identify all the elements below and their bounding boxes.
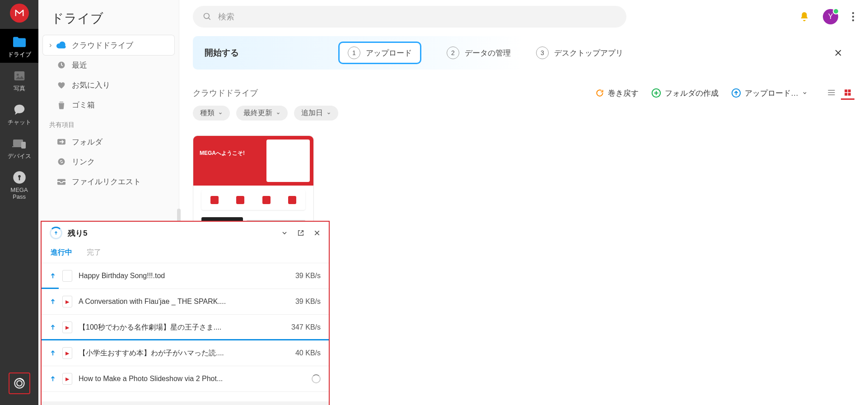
page-title: ドライブ: [38, 0, 179, 35]
transfer-footer: 全転送を一時停止 すべての転送をキャンセル: [42, 401, 329, 405]
onboarding-close-button[interactable]: [834, 48, 843, 57]
transfer-filename: A Conversation with Flau'jae _ THE SPARK…: [79, 298, 289, 306]
svg-point-9: [17, 381, 22, 386]
share-folder-icon: [56, 138, 67, 145]
tree-section-shared: 共有項目: [38, 115, 179, 132]
svg-rect-4: [21, 142, 26, 149]
folder-icon: [12, 34, 27, 50]
filter-added[interactable]: 追加日: [294, 106, 338, 121]
grid-icon: [844, 88, 852, 97]
trash-icon: [56, 100, 67, 109]
transfer-rate: 40 KB/s: [295, 349, 321, 357]
video-file-icon: [62, 321, 72, 333]
grid-view-button[interactable]: [841, 86, 854, 100]
transfer-manager-button[interactable]: [9, 372, 30, 394]
chat-icon: [12, 102, 27, 117]
filter-modified[interactable]: 最終更新: [236, 106, 288, 121]
rail-photos[interactable]: 写真: [0, 63, 38, 97]
rail-pass[interactable]: MEGA Pass: [0, 164, 38, 205]
onboarding-step-upload[interactable]: 1 アップロード: [338, 42, 421, 64]
tree-favorites[interactable]: お気に入り: [43, 75, 174, 95]
tree-label: お気に入り: [72, 80, 110, 90]
svg-point-17: [852, 19, 854, 21]
transfer-item[interactable]: Happy Birthday Song!!!.tod39 KB/s: [42, 263, 329, 289]
upload-menu-button[interactable]: アップロード…: [731, 88, 807, 98]
avatar-initial: Y: [828, 13, 833, 21]
rail-label: ドライブ: [8, 51, 31, 58]
chip-label: 種類: [200, 108, 215, 118]
chevron-down-icon: [218, 111, 223, 116]
svg-rect-20: [845, 89, 847, 92]
transfer-popout-button[interactable]: [297, 229, 304, 237]
step-label: アップロード: [366, 48, 412, 58]
tree-trash[interactable]: ゴミ箱: [43, 95, 174, 115]
rail-label: MEGA Pass: [10, 187, 28, 200]
transfer-filename: 【100秒でわかる名作劇場】星の王子さま....: [79, 323, 285, 332]
onboarding-step-manage[interactable]: 2 データの管理: [447, 47, 511, 59]
tree-shared-folders[interactable]: フォルダ: [43, 132, 174, 152]
filter-type[interactable]: 種類: [193, 106, 230, 121]
onboarding-step-desktop[interactable]: 3 デスクトップアプリ: [536, 47, 623, 59]
chevron-down-icon: [281, 229, 288, 237]
rail-devices[interactable]: デバイス: [0, 130, 38, 164]
rewind-button[interactable]: 巻き戻す: [595, 88, 639, 98]
mega-logo[interactable]: [10, 4, 29, 23]
transfer-collapse-button[interactable]: [281, 229, 288, 237]
rail-label: チャット: [8, 119, 31, 126]
step-label: データの管理: [465, 48, 511, 58]
upload-direction-icon: [50, 324, 56, 331]
transfer-close-button[interactable]: [313, 229, 321, 237]
transfer-tabs: 進行中 完了: [42, 244, 329, 263]
tree-file-requests[interactable]: ファイルリクエスト: [43, 172, 174, 191]
link-icon: [56, 157, 67, 166]
search-input[interactable]: 検索: [193, 6, 626, 28]
breadcrumb[interactable]: クラウドドライブ: [193, 88, 258, 98]
tree-label: クラウドドライブ: [72, 40, 133, 51]
rail-label: 写真: [14, 85, 25, 92]
list-view-button[interactable]: [825, 86, 838, 100]
pause-all-button[interactable]: 全転送を一時停止: [42, 401, 185, 405]
tree-cloud-drive[interactable]: › クラウドドライブ: [43, 35, 174, 55]
transfer-item[interactable]: How to Make a Photo Slideshow via 2 Phot…: [42, 366, 329, 392]
transfer-item[interactable]: 【小学生おすすめ本】わが子がハマった読....40 KB/s: [42, 340, 329, 366]
chip-label: 追加日: [301, 108, 323, 118]
upload-circle-icon: [731, 88, 741, 98]
tab-in-progress[interactable]: 進行中: [50, 248, 73, 263]
step-number: 3: [536, 47, 549, 59]
step-number: 1: [348, 47, 360, 59]
user-avatar[interactable]: Y: [823, 9, 838, 24]
video-file-icon: [62, 296, 72, 307]
cancel-all-button[interactable]: すべての転送をキャンセル: [185, 401, 329, 405]
more-menu-button[interactable]: [852, 11, 854, 22]
svg-point-1: [16, 74, 19, 76]
filter-chips: 種類 最終更新 追加日: [193, 106, 338, 121]
tree-recent[interactable]: 最近: [43, 55, 174, 75]
transfer-panel-header: 残り5: [42, 222, 329, 244]
new-folder-button[interactable]: フォルダの作成: [651, 88, 719, 98]
rail-chat[interactable]: チャット: [0, 97, 38, 130]
transfer-filename: 【小学生おすすめ本】わが子がハマった読....: [79, 349, 289, 358]
transfer-item[interactable]: 【100秒でわかる名作劇場】星の王子さま....347 KB/s: [42, 315, 329, 340]
chevron-down-icon: [276, 111, 280, 116]
svg-rect-23: [848, 93, 851, 95]
loading-spinner-icon: [312, 374, 321, 383]
upload-direction-icon: [50, 349, 56, 357]
tree-label: リンク: [72, 157, 95, 167]
transfer-item[interactable]: A Conversation with Flau'jae _ THE SPARK…: [42, 289, 329, 315]
tab-completed[interactable]: 完了: [86, 248, 102, 263]
notifications-button[interactable]: [799, 11, 809, 22]
devices-icon: [12, 136, 27, 151]
svg-rect-22: [845, 93, 847, 95]
svg-point-14: [204, 14, 210, 19]
step-number: 2: [447, 47, 459, 59]
tree-shared-links[interactable]: リンク: [43, 152, 174, 172]
search-placeholder: 検索: [218, 11, 234, 22]
thumb-caption: MEGAへようこそ!: [200, 149, 245, 157]
onboarding-title: 開始する: [205, 47, 239, 59]
transfer-list: Happy Birthday Song!!!.tod39 KB/sA Conve…: [42, 263, 329, 401]
transfer-rate: 347 KB/s: [291, 323, 321, 331]
list-icon: [827, 89, 836, 96]
action-label: フォルダの作成: [665, 88, 719, 98]
rail-drive[interactable]: ドライブ: [0, 29, 38, 63]
plus-circle-icon: [651, 88, 661, 98]
